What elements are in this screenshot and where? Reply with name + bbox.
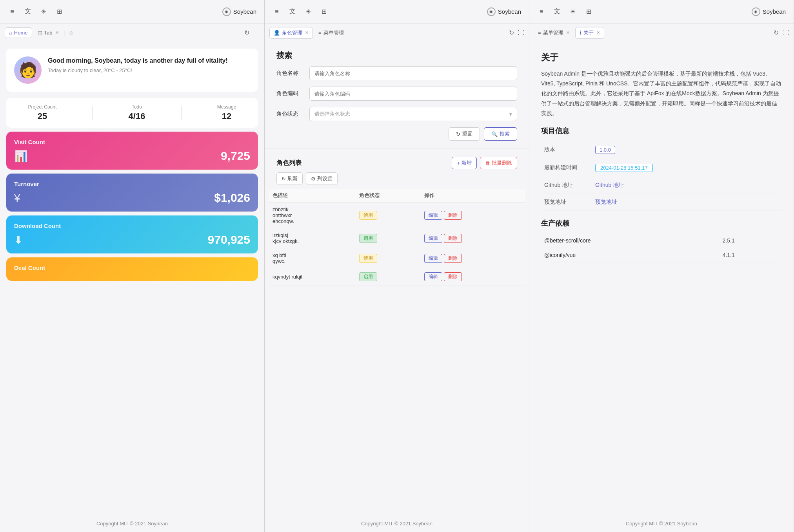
- delete-button[interactable]: 删除: [444, 272, 462, 281]
- github-link[interactable]: Github 地址: [595, 182, 624, 188]
- panel1-content: 🧑 Good morning, Soybean, today is anothe…: [0, 42, 264, 515]
- tab-bar-right-3: ↻ ⛶: [774, 29, 789, 36]
- reset-button[interactable]: ↻ 重置: [449, 127, 480, 141]
- dep-version: 2.5.1: [720, 233, 782, 248]
- input-role-code[interactable]: [309, 87, 517, 101]
- about-desc: Soybean Admin 是一个优雅且功能强大的后台管理模板，基于最新的前端技…: [541, 69, 782, 118]
- tab-about-close[interactable]: ✕: [596, 30, 600, 35]
- tab-tab[interactable]: ◫ Tab ✕: [34, 28, 63, 38]
- menu-icon-tab: ≡: [318, 30, 322, 36]
- cell-desc: xq bfti qywc.: [269, 248, 355, 268]
- plus-icon: +: [457, 160, 460, 166]
- preview-link[interactable]: 预览地址: [595, 199, 617, 205]
- info-row-preview: 预览地址 预览地址: [541, 194, 782, 210]
- tab-bar-right-2: ↻ ⛶: [509, 29, 524, 36]
- value-github: Github 地址: [592, 177, 782, 194]
- grid-icon-2[interactable]: [320, 7, 328, 16]
- yen-icon: ¥: [14, 192, 20, 204]
- user-info-3[interactable]: ◉ Soybean: [752, 7, 786, 16]
- expand-icon-2[interactable]: ⛶: [518, 29, 524, 36]
- refresh-icon-1[interactable]: ↻: [244, 29, 249, 36]
- tab-role-close[interactable]: ✕: [305, 30, 309, 35]
- card-turnover: Turnover ¥ $1,026: [6, 174, 258, 212]
- label-role-code: 角色编码: [276, 90, 305, 97]
- translate-icon-2[interactable]: [288, 7, 297, 16]
- edit-button[interactable]: 编辑: [424, 234, 442, 243]
- value-build-time: 2024-01-28 15:51:17: [592, 159, 782, 177]
- dep-name: @iconify/vue: [541, 248, 720, 262]
- delete-button[interactable]: 删除: [444, 254, 462, 263]
- grid-icon[interactable]: [55, 7, 64, 16]
- input-role-name[interactable]: [309, 66, 517, 80]
- refresh-button[interactable]: ↻ 刷新: [276, 172, 303, 185]
- select-role-status[interactable]: 请选择角色状态 ▾: [309, 107, 517, 121]
- card-visit-title: Visit Count: [14, 139, 250, 145]
- translate-icon-3[interactable]: [553, 7, 561, 16]
- settings-icon: ⚙: [311, 176, 316, 182]
- card-deal-count: Deal Count: [6, 257, 258, 281]
- search-button[interactable]: 🔍 搜索: [484, 127, 517, 141]
- cell-desc: kqvndyt rulqil: [269, 268, 355, 286]
- menu-icon-2[interactable]: [273, 7, 281, 16]
- batch-delete-button[interactable]: 🗑 批量删除: [480, 157, 517, 169]
- refresh-label: 刷新: [287, 175, 298, 182]
- dep-title: 生产依赖: [541, 219, 782, 228]
- card-visit-value: 9,725: [221, 149, 250, 163]
- col-settings-button[interactable]: ⚙ 列设置: [306, 172, 338, 185]
- user-avatar-icon-2: ◉: [487, 7, 496, 16]
- status-badge: 禁用: [359, 211, 377, 220]
- tab-role-mgr[interactable]: 👤 角色管理 ✕: [269, 27, 313, 39]
- edit-button[interactable]: 编辑: [424, 211, 442, 220]
- search-label: 搜索: [500, 130, 510, 138]
- topbar-1: ◉ Soybean: [0, 0, 264, 24]
- data-table-wrap: 色描述 角色状态 操作 zbbztlk ontthwxr ehconqw.禁用编…: [265, 189, 529, 286]
- stat-message-label: Message: [217, 104, 236, 110]
- data-table: 色描述 角色状态 操作 zbbztlk ontthwxr ehconqw.禁用编…: [269, 189, 525, 286]
- sun-icon-2[interactable]: [304, 7, 313, 16]
- delete-button[interactable]: 删除: [444, 234, 462, 243]
- user-info-1[interactable]: ◉ Soybean: [222, 7, 256, 16]
- user-info-2[interactable]: ◉ Soybean: [487, 7, 521, 16]
- stat-todo-value: 4/16: [129, 111, 145, 121]
- card-visit-count: Visit Count 📊 9,725: [6, 132, 258, 170]
- menu-icon-3[interactable]: [537, 7, 546, 16]
- menu-icon[interactable]: [8, 7, 16, 16]
- col-status-header: 角色状态: [355, 189, 420, 203]
- user-avatar-icon-3: ◉: [752, 7, 760, 16]
- form-row-code: 角色编码: [276, 87, 517, 101]
- sun-icon-3[interactable]: [569, 7, 577, 16]
- tab-about[interactable]: ℹ 关于 ✕: [575, 27, 604, 39]
- expand-icon-1[interactable]: ⛶: [253, 29, 260, 36]
- project-info-section: 项目信息 版本 1.0.0 最新构建时间 2024-01-28 15:51:17…: [529, 118, 794, 211]
- card-turnover-value: $1,026: [214, 191, 250, 204]
- form-actions: ↻ 重置 🔍 搜索: [276, 127, 517, 141]
- cell-desc: zbbztlk ontthwxr ehconqw.: [269, 203, 355, 228]
- chevron-down-icon: ▾: [509, 111, 512, 117]
- tab-sep: |: [64, 30, 66, 36]
- new-button[interactable]: + 新增: [452, 157, 477, 169]
- tab-close-icon[interactable]: ✕: [55, 30, 59, 35]
- label-preview: 预览地址: [541, 194, 592, 210]
- delete-button[interactable]: 删除: [444, 211, 462, 220]
- grid-icon-3[interactable]: [584, 7, 593, 16]
- refresh-icon-2[interactable]: ↻: [509, 29, 514, 36]
- table-actions-row2: ↻ 刷新 ⚙ 列设置: [265, 172, 529, 185]
- translate-icon[interactable]: [24, 7, 32, 16]
- tab-menu-mgr[interactable]: ≡ 菜单管理: [314, 27, 348, 38]
- tab-menu-mgr-3[interactable]: ≡ 菜单管理 ✕: [534, 27, 574, 38]
- cell-desc: irzkqisj kjcv oktzgk.: [269, 228, 355, 248]
- expand-icon-3[interactable]: ⛶: [783, 29, 789, 36]
- sun-icon[interactable]: [39, 7, 48, 16]
- bar-chart-icon: 📊: [14, 150, 28, 163]
- about-section: 关于 Soybean Admin 是一个优雅且功能强大的后台管理模板，基于最新的…: [529, 42, 794, 118]
- table-header-area: 角色列表 + 新增 🗑 批量删除: [265, 157, 529, 169]
- tab-home[interactable]: ⌂ Home: [5, 27, 32, 38]
- edit-button[interactable]: 编辑: [424, 272, 442, 281]
- trash-icon: 🗑: [485, 160, 490, 166]
- tab-disable-icon[interactable]: ⊘: [67, 29, 76, 37]
- edit-button[interactable]: 编辑: [424, 254, 442, 263]
- label-version: 版本: [541, 141, 592, 159]
- tab-menu-close-3[interactable]: ✕: [566, 30, 570, 35]
- refresh-icon-3[interactable]: ↻: [774, 29, 779, 36]
- cell-status: 启用: [355, 228, 420, 248]
